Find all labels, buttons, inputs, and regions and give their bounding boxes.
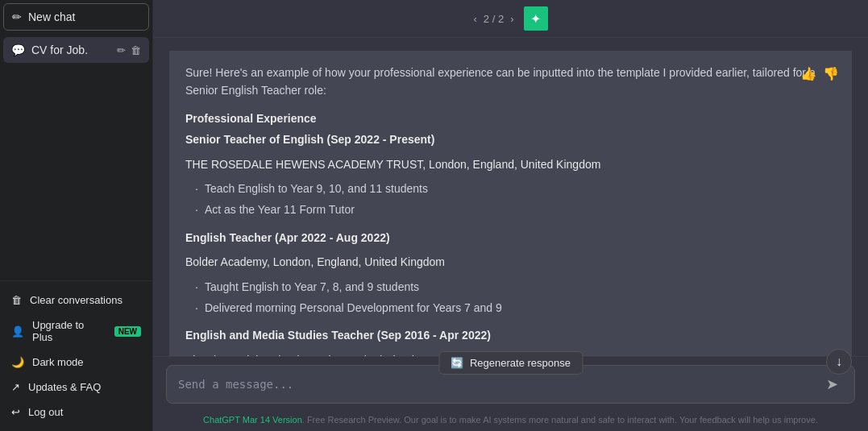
- bullets-2: Taught English to Year 7, 8, and 9 stude…: [185, 278, 836, 317]
- thumbs-up-icon[interactable]: 👍: [800, 64, 816, 85]
- log-out-button[interactable]: ↩ Log out: [3, 400, 149, 425]
- job-title-2: English Teacher (Apr 2022 - Aug 2022): [185, 229, 836, 247]
- footer-note: ChatGPT Mar 14 Version. Free Research Pr…: [153, 412, 868, 431]
- section-title: Professional Experience: [185, 110, 836, 127]
- delete-icon[interactable]: 🗑: [131, 44, 141, 56]
- external-link-icon: ↗: [11, 381, 20, 393]
- updates-faq-button[interactable]: ↗ Updates & FAQ: [3, 375, 149, 400]
- send-button[interactable]: ➤: [821, 374, 843, 395]
- assistant-message: 👍 👎 Sure! Here's an example of how your …: [169, 51, 852, 356]
- upgrade-to-plus-button[interactable]: 👤 Upgrade to Plus NEW: [3, 313, 149, 350]
- job-title-1: Senior Teacher of English (Sep 2022 - Pr…: [185, 131, 836, 148]
- regenerate-container: 🔄 Regenerate response: [438, 351, 583, 375]
- message-actions: 👍 👎: [800, 64, 839, 85]
- chat-item[interactable]: 💬 CV for Job. ✏ 🗑: [3, 37, 149, 63]
- separator: /: [492, 13, 496, 25]
- company-2: Bolder Academy, London, England, United …: [185, 253, 836, 271]
- moon-icon: 🌙: [11, 356, 24, 368]
- page-counter: 2 / 2: [484, 13, 504, 25]
- plus-icon: ✏: [12, 10, 22, 23]
- regenerate-button[interactable]: 🔄 Regenerate response: [438, 351, 583, 375]
- bullet-1-2: Act as the Year 11 Form Tutor: [195, 201, 836, 218]
- footer-text: . Free Research Preview. Our goal is to …: [302, 415, 818, 425]
- scroll-to-bottom-button[interactable]: ↓: [826, 349, 852, 375]
- bullet-2-2: Delivered morning Personal Development f…: [195, 299, 836, 317]
- dark-mode-button[interactable]: 🌙 Dark mode: [3, 350, 149, 375]
- chat-item-actions: ✏ 🗑: [117, 44, 141, 56]
- person-icon: 👤: [11, 325, 24, 338]
- chat-icon: 💬: [11, 44, 25, 56]
- gpt-avatar: ✦: [524, 6, 548, 31]
- thumbs-down-icon[interactable]: 👎: [823, 64, 839, 85]
- upgrade-label: Upgrade to Plus: [32, 319, 106, 343]
- bullet-1-1: Teach English to Year 9, 10, and 11 stud…: [195, 180, 836, 197]
- updates-faq-label: Updates & FAQ: [28, 381, 101, 393]
- edit-icon[interactable]: ✏: [117, 44, 126, 56]
- message-content: Sure! Here's an example of how your prof…: [185, 64, 836, 356]
- main-content: ‹ 2 / 2 › ✦ 👍 👎 Sure! Here's an example …: [153, 0, 868, 431]
- regenerate-icon: 🔄: [451, 357, 463, 369]
- total-pages: 2: [498, 13, 504, 25]
- chat-item-label: CV for Job.: [31, 44, 88, 56]
- sidebar-bottom: 🗑 Clear conversations 👤 Upgrade to Plus …: [0, 280, 152, 431]
- chat-item-left: 💬 CV for Job.: [11, 44, 88, 56]
- clear-conversations-button[interactable]: 🗑 Clear conversations: [3, 288, 149, 313]
- company-1: THE ROSEDALE HEWENS ACADEMY TRUST, Londo…: [185, 155, 836, 173]
- clear-conversations-label: Clear conversations: [30, 294, 123, 306]
- new-badge: NEW: [114, 326, 141, 337]
- job-title-3: English and Media Studies Teacher (Sep 2…: [185, 326, 836, 344]
- chat-list: 💬 CV for Job. ✏ 🗑: [0, 34, 152, 280]
- footer-link[interactable]: ChatGPT Mar 14 Version: [203, 415, 302, 425]
- new-chat-label: New chat: [28, 10, 75, 23]
- messages-area: 👍 👎 Sure! Here's an example of how your …: [153, 38, 868, 356]
- log-out-label: Log out: [28, 406, 63, 418]
- top-bar: ‹ 2 / 2 › ✦: [153, 0, 868, 38]
- bullets-1: Teach English to Year 9, 10, and 11 stud…: [185, 180, 836, 219]
- bullet-2-1: Taught English to Year 7, 8, and 9 stude…: [195, 278, 836, 296]
- logout-icon: ↩: [11, 406, 20, 418]
- new-chat-button[interactable]: ✏ New chat: [3, 3, 149, 31]
- dark-mode-label: Dark mode: [32, 356, 84, 368]
- message-input[interactable]: [178, 378, 813, 391]
- navigation-bar: ‹ 2 / 2 ›: [473, 13, 513, 25]
- regenerate-label: Regenerate response: [470, 357, 571, 369]
- next-nav-button[interactable]: ›: [510, 13, 513, 25]
- sidebar: ✏ New chat 💬 CV for Job. ✏ 🗑 🗑 Clear con…: [0, 0, 153, 431]
- intro-text: Sure! Here's an example of how your prof…: [185, 64, 836, 100]
- trash-icon: 🗑: [11, 294, 22, 306]
- prev-nav-button[interactable]: ‹: [473, 13, 476, 25]
- current-page: 2: [484, 13, 489, 25]
